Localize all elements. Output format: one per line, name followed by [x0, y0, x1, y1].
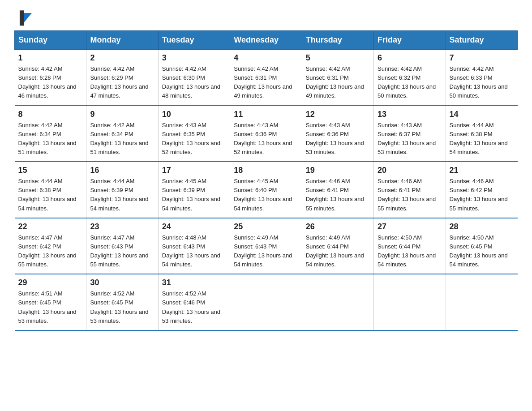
- calendar-body: 1 Sunrise: 4:42 AMSunset: 6:28 PMDayligh…: [15, 50, 518, 330]
- col-sunday: Sunday: [15, 31, 86, 50]
- calendar-cell: 13 Sunrise: 4:43 AMSunset: 6:37 PMDaylig…: [374, 106, 446, 162]
- calendar-cell: 22 Sunrise: 4:47 AMSunset: 6:42 PMDaylig…: [15, 218, 86, 274]
- calendar-cell: 30 Sunrise: 4:52 AMSunset: 6:45 PMDaylig…: [86, 274, 158, 330]
- day-number: 12: [306, 110, 370, 119]
- calendar-week-1: 1 Sunrise: 4:42 AMSunset: 6:28 PMDayligh…: [15, 50, 518, 106]
- day-number: 27: [378, 222, 442, 231]
- day-number: 4: [234, 53, 298, 63]
- day-info: Sunrise: 4:45 AMSunset: 6:39 PMDaylight:…: [162, 177, 226, 213]
- day-number: 8: [18, 110, 83, 119]
- calendar-cell: 11 Sunrise: 4:43 AMSunset: 6:36 PMDaylig…: [230, 106, 302, 162]
- day-info: Sunrise: 4:52 AMSunset: 6:45 PMDaylight:…: [90, 289, 154, 325]
- day-number: 29: [18, 278, 83, 287]
- calendar-cell: 28 Sunrise: 4:50 AMSunset: 6:45 PMDaylig…: [446, 218, 517, 274]
- calendar-cell: 20 Sunrise: 4:46 AMSunset: 6:41 PMDaylig…: [374, 162, 446, 218]
- calendar-cell: [446, 274, 517, 330]
- day-number: 16: [90, 166, 154, 175]
- day-info: Sunrise: 4:43 AMSunset: 6:36 PMDaylight:…: [234, 121, 298, 157]
- calendar-cell: 16 Sunrise: 4:44 AMSunset: 6:39 PMDaylig…: [86, 162, 158, 218]
- calendar-cell: [230, 274, 302, 330]
- logo-triangle-icon: [24, 13, 32, 23]
- day-info: Sunrise: 4:43 AMSunset: 6:37 PMDaylight:…: [378, 121, 442, 157]
- day-info: Sunrise: 4:43 AMSunset: 6:35 PMDaylight:…: [162, 121, 226, 157]
- calendar-cell: 1 Sunrise: 4:42 AMSunset: 6:28 PMDayligh…: [15, 50, 86, 106]
- day-number: 21: [450, 166, 514, 175]
- day-info: Sunrise: 4:49 AMSunset: 6:44 PMDaylight:…: [306, 233, 370, 270]
- day-info: Sunrise: 4:44 AMSunset: 6:38 PMDaylight:…: [450, 121, 514, 157]
- calendar-cell: 7 Sunrise: 4:42 AMSunset: 6:33 PMDayligh…: [446, 50, 517, 106]
- day-number: 10: [162, 110, 226, 119]
- calendar-week-2: 8 Sunrise: 4:42 AMSunset: 6:34 PMDayligh…: [15, 106, 518, 162]
- col-saturday: Saturday: [446, 31, 517, 50]
- day-number: 5: [306, 53, 370, 63]
- calendar-cell: 10 Sunrise: 4:43 AMSunset: 6:35 PMDaylig…: [158, 106, 230, 162]
- day-number: 19: [306, 166, 370, 175]
- day-number: 18: [234, 166, 298, 175]
- day-info: Sunrise: 4:44 AMSunset: 6:38 PMDaylight:…: [18, 177, 83, 213]
- calendar-cell: 14 Sunrise: 4:44 AMSunset: 6:38 PMDaylig…: [446, 106, 517, 162]
- page-header: ▐: [14, 11, 518, 23]
- calendar-cell: 17 Sunrise: 4:45 AMSunset: 6:39 PMDaylig…: [158, 162, 230, 218]
- calendar-cell: 9 Sunrise: 4:42 AMSunset: 6:34 PMDayligh…: [86, 106, 158, 162]
- day-number: 25: [234, 222, 298, 231]
- calendar-cell: 3 Sunrise: 4:42 AMSunset: 6:30 PMDayligh…: [158, 50, 230, 106]
- day-info: Sunrise: 4:45 AMSunset: 6:40 PMDaylight:…: [234, 177, 298, 213]
- day-info: Sunrise: 4:42 AMSunset: 6:33 PMDaylight:…: [450, 64, 514, 101]
- day-number: 14: [450, 110, 514, 119]
- day-number: 31: [162, 278, 226, 287]
- col-thursday: Thursday: [302, 31, 373, 50]
- calendar-cell: 15 Sunrise: 4:44 AMSunset: 6:38 PMDaylig…: [15, 162, 86, 218]
- calendar-cell: 24 Sunrise: 4:48 AMSunset: 6:43 PMDaylig…: [158, 218, 230, 274]
- calendar-table: Sunday Monday Tuesday Wednesday Thursday…: [14, 30, 518, 331]
- calendar-cell: 19 Sunrise: 4:46 AMSunset: 6:41 PMDaylig…: [302, 162, 373, 218]
- col-wednesday: Wednesday: [230, 31, 302, 50]
- calendar-week-5: 29 Sunrise: 4:51 AMSunset: 6:45 PMDaylig…: [15, 274, 518, 330]
- day-number: 11: [234, 110, 298, 119]
- calendar-week-3: 15 Sunrise: 4:44 AMSunset: 6:38 PMDaylig…: [15, 162, 518, 218]
- day-info: Sunrise: 4:46 AMSunset: 6:41 PMDaylight:…: [378, 177, 442, 213]
- calendar-cell: 5 Sunrise: 4:42 AMSunset: 6:31 PMDayligh…: [302, 50, 373, 106]
- svg-marker-0: [24, 13, 32, 23]
- day-info: Sunrise: 4:46 AMSunset: 6:41 PMDaylight:…: [306, 177, 370, 213]
- day-info: Sunrise: 4:50 AMSunset: 6:45 PMDaylight:…: [450, 233, 514, 270]
- day-number: 13: [378, 110, 442, 119]
- day-number: 1: [18, 53, 83, 63]
- calendar-cell: 29 Sunrise: 4:51 AMSunset: 6:45 PMDaylig…: [15, 274, 86, 330]
- day-number: 2: [90, 53, 154, 63]
- day-info: Sunrise: 4:49 AMSunset: 6:43 PMDaylight:…: [234, 233, 298, 270]
- calendar-week-4: 22 Sunrise: 4:47 AMSunset: 6:42 PMDaylig…: [15, 218, 518, 274]
- day-info: Sunrise: 4:42 AMSunset: 6:32 PMDaylight:…: [378, 64, 442, 101]
- logo-bar: ▐: [15, 11, 24, 25]
- day-number: 30: [90, 278, 154, 287]
- day-info: Sunrise: 4:44 AMSunset: 6:39 PMDaylight:…: [90, 177, 154, 213]
- calendar-cell: [374, 274, 446, 330]
- calendar-cell: 18 Sunrise: 4:45 AMSunset: 6:40 PMDaylig…: [230, 162, 302, 218]
- calendar-cell: 31 Sunrise: 4:52 AMSunset: 6:46 PMDaylig…: [158, 274, 230, 330]
- col-tuesday: Tuesday: [158, 31, 230, 50]
- day-info: Sunrise: 4:47 AMSunset: 6:42 PMDaylight:…: [18, 233, 83, 270]
- day-number: 3: [162, 53, 226, 63]
- day-number: 6: [378, 53, 442, 63]
- day-number: 17: [162, 166, 226, 175]
- day-number: 28: [450, 222, 514, 231]
- calendar-cell: 6 Sunrise: 4:42 AMSunset: 6:32 PMDayligh…: [374, 50, 446, 106]
- calendar-cell: 26 Sunrise: 4:49 AMSunset: 6:44 PMDaylig…: [302, 218, 373, 274]
- day-number: 24: [162, 222, 226, 231]
- header-row: Sunday Monday Tuesday Wednesday Thursday…: [15, 31, 518, 50]
- day-number: 9: [90, 110, 154, 119]
- day-number: 26: [306, 222, 370, 231]
- day-info: Sunrise: 4:46 AMSunset: 6:42 PMDaylight:…: [450, 177, 514, 213]
- calendar-cell: 4 Sunrise: 4:42 AMSunset: 6:31 PMDayligh…: [230, 50, 302, 106]
- col-friday: Friday: [374, 31, 446, 50]
- day-info: Sunrise: 4:48 AMSunset: 6:43 PMDaylight:…: [162, 233, 226, 270]
- day-info: Sunrise: 4:42 AMSunset: 6:31 PMDaylight:…: [306, 64, 370, 101]
- logo: ▐: [14, 11, 32, 23]
- day-number: 15: [18, 166, 83, 175]
- col-monday: Monday: [86, 31, 158, 50]
- day-info: Sunrise: 4:42 AMSunset: 6:28 PMDaylight:…: [18, 64, 83, 101]
- day-info: Sunrise: 4:42 AMSunset: 6:34 PMDaylight:…: [18, 121, 83, 157]
- calendar-cell: [302, 274, 373, 330]
- day-info: Sunrise: 4:42 AMSunset: 6:29 PMDaylight:…: [90, 64, 154, 101]
- day-info: Sunrise: 4:51 AMSunset: 6:45 PMDaylight:…: [18, 289, 83, 325]
- day-info: Sunrise: 4:52 AMSunset: 6:46 PMDaylight:…: [162, 289, 226, 325]
